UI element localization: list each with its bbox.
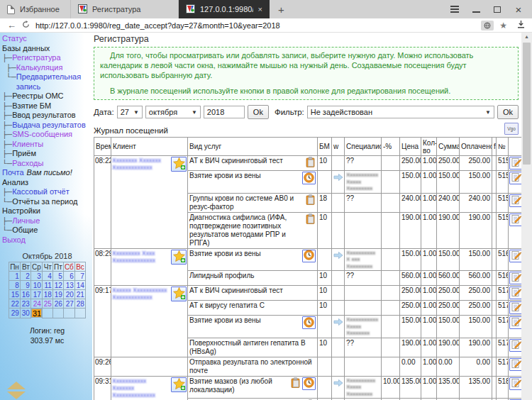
sidebar-link-status[interactable]: Статус (2, 34, 27, 44)
discount-cell (382, 301, 400, 316)
schedule-clock-button[interactable] (302, 377, 316, 390)
sidebar-link-sms[interactable]: SMS-сообщения (12, 130, 72, 140)
page-icon (7, 5, 15, 14)
edit-visit-button[interactable] (509, 172, 521, 184)
calendar-day[interactable]: 28 (74, 299, 85, 309)
add-client-favorite-button[interactable] (171, 377, 187, 392)
calendar-day[interactable]: 24 (31, 299, 42, 309)
tab-favorites[interactable]: Избранное (0, 0, 71, 18)
calendar-day[interactable]: 16 (20, 290, 31, 299)
vertical-scrollbar[interactable]: ▲ (521, 33, 532, 400)
calendar-day[interactable]: 19 (52, 290, 63, 299)
edit-visit-button[interactable] (509, 301, 521, 314)
sidebar-link-mail[interactable]: Почта (2, 168, 24, 178)
site-info-icon[interactable] (481, 21, 494, 30)
calendar-day[interactable]: 3 (31, 272, 42, 281)
calendar-day[interactable]: 22 (9, 299, 21, 309)
sidebar-link-expenses[interactable]: Расходы (12, 159, 43, 169)
add-client-favorite-button[interactable] (171, 250, 187, 265)
edit-visit-button[interactable] (509, 316, 521, 329)
calendar-day[interactable]: 8 (9, 281, 21, 290)
filter-ok-button[interactable]: Ok (497, 105, 519, 119)
tab-registratura[interactable]: Регистратура (71, 0, 179, 18)
schedule-clock-button[interactable] (302, 250, 316, 262)
edit-visit-button[interactable] (509, 339, 521, 352)
sidebar-link-registry[interactable]: Регистратура (12, 53, 60, 63)
edit-visit-button[interactable] (509, 157, 521, 170)
scroll-down-triangle-icon[interactable] (7, 391, 26, 399)
calendar-day[interactable]: 1 (9, 272, 21, 281)
maximize-icon[interactable] (492, 4, 502, 14)
edit-visit-button[interactable] (509, 358, 521, 371)
calendar-day[interactable]: 6 (63, 272, 74, 281)
calendar-day[interactable]: 21 (74, 290, 85, 299)
sidebar-link-bm-taking: Взятие БМ (12, 101, 51, 111)
sidebar-link-exit[interactable]: Выход (2, 235, 26, 245)
edit-visit-button[interactable] (509, 213, 521, 226)
edit-visit-button[interactable] (509, 194, 521, 207)
edit-visit-button[interactable] (509, 250, 521, 262)
journal-tool-button[interactable]: Vgo (504, 123, 519, 135)
calendar-day[interactable]: 23 (20, 299, 31, 309)
calendar-day[interactable]: 20 (63, 290, 74, 299)
day-select[interactable]: 27▼ (117, 106, 143, 118)
calendar-day[interactable]: 30 (20, 309, 31, 318)
journal-row: 08:29Ххххххххх ХхххХхххххххххххххВзятие … (94, 248, 522, 271)
bookmark-star-icon[interactable]: ★ (499, 21, 507, 30)
edit-visit-button[interactable] (509, 377, 521, 390)
edit-visit-button[interactable] (509, 287, 521, 299)
number-cell: 517 (497, 338, 509, 357)
scroll-up-triangle-icon[interactable] (7, 382, 26, 389)
app-favicon (78, 4, 87, 15)
schedule-clock-button[interactable] (302, 172, 316, 184)
scrollbar-thumb[interactable] (523, 43, 531, 165)
url-field[interactable]: http://127.0.0.1:9980/reg_date_accept?da… (35, 21, 475, 30)
minimize-icon[interactable] (471, 4, 481, 14)
edit-note-icon (511, 157, 521, 169)
new-tab-button[interactable]: + (270, 0, 293, 18)
sidebar-link-pre-record[interactable]: Предварительная запись (16, 72, 92, 91)
add-client-favorite-button[interactable] (171, 157, 187, 172)
calendar-day[interactable]: 4 (42, 272, 52, 281)
sidebar-link-personal[interactable]: Личные (12, 216, 40, 226)
calendar-day[interactable]: 18 (42, 290, 52, 299)
tab-close-icon[interactable]: × (258, 5, 262, 13)
calendar-day[interactable]: 10 (31, 281, 42, 290)
calendar-day[interactable]: 7 (74, 272, 85, 281)
calendar-table: ПнВтСрЧтПтСбВс 1234567891011121314151617… (9, 262, 86, 318)
calendar-day[interactable]: 26 (52, 299, 63, 309)
calendar-day[interactable]: 11 (42, 281, 52, 290)
sidebar-link-clients[interactable]: Клиенты (12, 140, 43, 150)
sidebar-link-cash-report[interactable]: Кассовый отчёт (12, 187, 70, 197)
add-client-favorite-button[interactable] (171, 287, 187, 301)
bm-cell: 10 (318, 301, 332, 316)
tab-active-reg-date[interactable]: 127.0.0.1:9980/reg_date_ × (179, 0, 270, 18)
calendar-day[interactable]: 12 (52, 281, 63, 290)
calendar-day[interactable]: 29 (9, 309, 21, 318)
calendar-day[interactable]: 14 (74, 281, 85, 290)
discount-cell (382, 357, 400, 376)
reload-icon[interactable] (22, 21, 30, 30)
calendar-day[interactable]: 13 (63, 281, 74, 290)
download-icon[interactable] (517, 21, 525, 30)
calendar-day[interactable]: 25 (42, 299, 52, 309)
filter-select[interactable]: Не задействован▼ (307, 106, 494, 118)
month-select[interactable]: октября▼ (145, 106, 201, 118)
sidebar-link-calculation[interactable]: Калькуляция (16, 63, 63, 73)
sidebar-link-results-output[interactable]: Выдача результатов (12, 121, 86, 130)
calendar-day[interactable]: 5 (52, 272, 63, 281)
schedule-clock-button[interactable] (302, 316, 316, 329)
back-icon[interactable]: ← (7, 21, 16, 30)
year-input[interactable]: 2018 (204, 106, 245, 118)
menu-icon[interactable] (450, 4, 460, 14)
scrollbar-up-icon[interactable]: ▲ (521, 34, 532, 39)
calendar-day[interactable]: 17 (31, 290, 42, 299)
calendar-day[interactable]: 9 (20, 281, 31, 290)
close-window-icon[interactable]: × (514, 4, 523, 14)
calendar-day[interactable]: 27 (63, 299, 74, 309)
calendar-day[interactable]: 2 (20, 272, 31, 281)
calendar-day[interactable]: 15 (9, 290, 21, 299)
date-ok-button[interactable]: Ok (248, 105, 269, 119)
edit-visit-button[interactable] (509, 272, 521, 284)
calendar-day[interactable]: 31 (31, 309, 42, 318)
